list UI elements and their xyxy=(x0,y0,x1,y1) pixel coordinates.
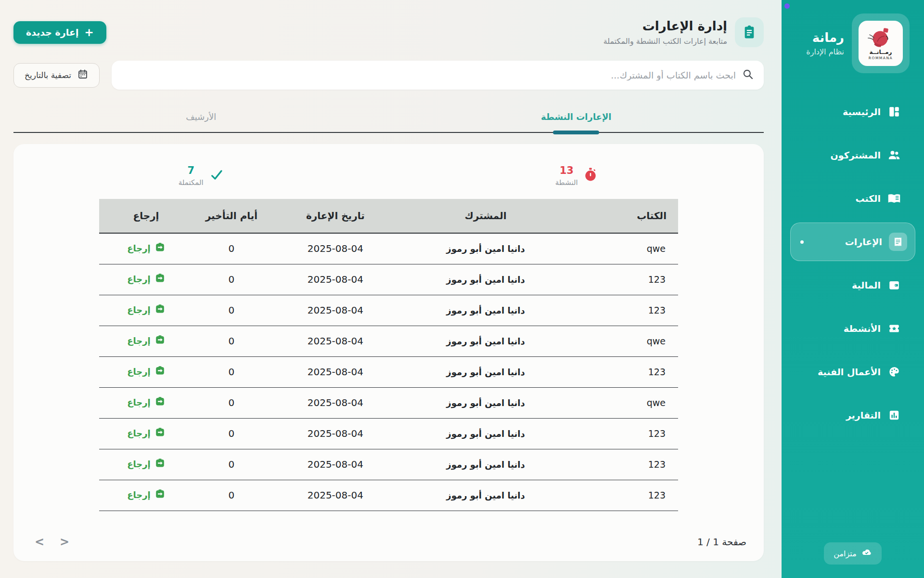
member-cell: دانيا امين أبو رموز xyxy=(401,264,570,295)
member-cell: دانيا امين أبو رموز xyxy=(401,356,570,387)
page-header: إدارة الإعارات متابعة إعارات الكتب النشط… xyxy=(13,17,764,47)
member-cell: دانيا امين أبو رموز xyxy=(401,326,570,356)
loans-table-wrap: الكتاب المشترك تاريخ الإعارة أيام التأخي… xyxy=(99,199,678,511)
delay-days-cell: 0 xyxy=(193,387,270,418)
sidebar-item-finance[interactable]: المالية xyxy=(782,274,924,297)
loans-table: الكتاب المشترك تاريخ الإعارة أيام التأخي… xyxy=(99,199,678,511)
member-cell: دانيا امين أبو رموز xyxy=(401,295,570,326)
return-button[interactable]: إرجاع xyxy=(127,304,165,316)
tab-active-loans[interactable]: الإعارات النشطة xyxy=(389,109,764,132)
sidebar-item-label: الأعمال الفنية xyxy=(818,367,881,377)
brand-system-label: نظام الإدارة xyxy=(806,47,844,56)
check-icon xyxy=(209,168,224,184)
active-item-dot xyxy=(800,240,804,244)
return-button[interactable]: إرجاع xyxy=(127,489,165,501)
return-button-label: إرجاع xyxy=(127,274,151,284)
tab-archive[interactable]: الأرشيف xyxy=(13,109,389,132)
pagination-buttons: < > xyxy=(31,536,69,548)
sidebar-item-activities[interactable]: الأنشطة xyxy=(782,317,924,340)
delay-days-cell: 0 xyxy=(193,233,270,264)
date-filter-button[interactable]: تصفية بالتاريخ xyxy=(13,63,100,88)
stat-completed-stack: 7 المكتملة xyxy=(179,165,204,186)
table-row: 123 دانيا امين أبو رموز 2025-08-04 0 xyxy=(99,264,678,295)
return-button[interactable]: إرجاع xyxy=(127,458,165,470)
loan-date-cell: 2025-08-04 xyxy=(270,449,401,480)
page-title: إدارة الإعارات xyxy=(603,19,727,34)
notification-dot xyxy=(784,3,790,9)
sidebar-item-artworks[interactable]: الأعمال الفنية xyxy=(782,360,924,383)
pomegranate-logo-icon xyxy=(866,26,896,49)
brand-text: رمانة نظام الإدارة xyxy=(806,30,844,56)
book-cell: 123 xyxy=(570,480,678,511)
table-row: 123 دانيا امين أبو رموز 2025-08-04 0 xyxy=(99,295,678,326)
return-box-icon xyxy=(155,335,165,347)
stat-active-loans: 13 النشطة xyxy=(389,161,764,190)
brand-logo-container: رمــانــة ROMMANA xyxy=(852,13,910,73)
return-button[interactable]: إرجاع xyxy=(127,366,165,378)
table-row: 123 دانيا امين أبو رموز 2025-08-04 0 xyxy=(99,480,678,511)
new-loan-button[interactable]: + إعارة جديدة xyxy=(13,21,106,44)
book-cell: 123 xyxy=(570,264,678,295)
return-box-icon xyxy=(155,273,165,285)
brand-logo-latin-text: ROMMANA xyxy=(869,56,893,60)
title-icon-chip xyxy=(735,17,764,47)
return-box-icon xyxy=(155,458,165,470)
activities-ticket-icon xyxy=(887,322,901,335)
return-button[interactable]: إرجاع xyxy=(127,273,165,285)
sidebar-item-books[interactable]: الكتب xyxy=(782,187,924,210)
dashboard-icon xyxy=(887,105,901,118)
loan-date-cell: 2025-08-04 xyxy=(270,418,401,449)
content-card: 13 النشطة 7 المكتملة xyxy=(13,144,764,561)
clipboard-icon xyxy=(742,25,757,40)
table-row: qwe دانيا امين أبو رموز 2025-08-04 0 xyxy=(99,326,678,356)
next-page-button[interactable]: > xyxy=(35,536,44,548)
column-header-book: الكتاب xyxy=(570,199,678,233)
sidebar-item-home[interactable]: الرئيسية xyxy=(782,100,924,123)
book-cell: 123 xyxy=(570,418,678,449)
book-cell: 123 xyxy=(570,295,678,326)
wallet-icon xyxy=(887,278,901,292)
sidebar-item-label: الإعارات xyxy=(845,236,882,247)
return-button-label: إرجاع xyxy=(127,243,151,253)
brand-block: رمــانــة ROMMANA رمانة نظام الإدارة xyxy=(782,0,924,73)
plus-icon: + xyxy=(84,27,93,38)
return-button-label: إرجاع xyxy=(127,490,151,500)
delay-days-cell: 0 xyxy=(193,264,270,295)
sidebar-item-label: المالية xyxy=(852,280,881,290)
column-header-delay: أيام التأخير xyxy=(193,199,270,233)
sync-status-badge[interactable]: متزامن xyxy=(824,542,881,565)
book-cell: 123 xyxy=(570,449,678,480)
return-button-label: إرجاع xyxy=(127,305,151,315)
column-header-member: المشترك xyxy=(401,199,570,233)
member-cell: دانيا امين أبو رموز xyxy=(401,233,570,264)
prev-page-button[interactable]: < xyxy=(60,536,69,548)
calendar-icon xyxy=(77,68,89,82)
return-button[interactable]: إرجاع xyxy=(127,335,165,347)
sidebar-item-label: التقارير xyxy=(846,410,881,420)
loan-date-cell: 2025-08-04 xyxy=(270,264,401,295)
books-icon xyxy=(887,192,901,205)
sidebar-item-reports[interactable]: التقارير xyxy=(782,404,924,427)
artworks-palette-icon xyxy=(887,365,901,379)
search-box[interactable] xyxy=(112,61,764,90)
return-box-icon xyxy=(155,366,165,378)
return-button[interactable]: إرجاع xyxy=(127,396,165,408)
sidebar-item-members[interactable]: المشتركون xyxy=(782,144,924,167)
stats-row: 13 النشطة 7 المكتملة xyxy=(13,144,764,190)
return-button[interactable]: إرجاع xyxy=(127,427,165,439)
date-filter-label: تصفية بالتاريخ xyxy=(25,70,71,80)
member-cell: دانيا امين أبو رموز xyxy=(401,480,570,511)
table-row: qwe دانيا امين أبو رموز 2025-08-04 0 xyxy=(99,233,678,264)
table-row: 123 دانيا امين أبو رموز 2025-08-04 0 xyxy=(99,449,678,480)
loan-date-cell: 2025-08-04 xyxy=(270,480,401,511)
book-cell: qwe xyxy=(570,387,678,418)
search-input[interactable] xyxy=(121,70,736,80)
loan-date-cell: 2025-08-04 xyxy=(270,326,401,356)
return-button[interactable]: إرجاع xyxy=(127,242,165,254)
sidebar-item-loans[interactable]: الإعارات xyxy=(790,223,915,261)
new-loan-label: إعارة جديدة xyxy=(26,27,78,38)
return-button-label: إرجاع xyxy=(127,459,151,469)
pagination-bar: صفحة 1 / 1 < > xyxy=(13,536,764,548)
sidebar: رمــانــة ROMMANA رمانة نظام الإدارة ا xyxy=(782,0,924,578)
delay-days-cell: 0 xyxy=(193,418,270,449)
